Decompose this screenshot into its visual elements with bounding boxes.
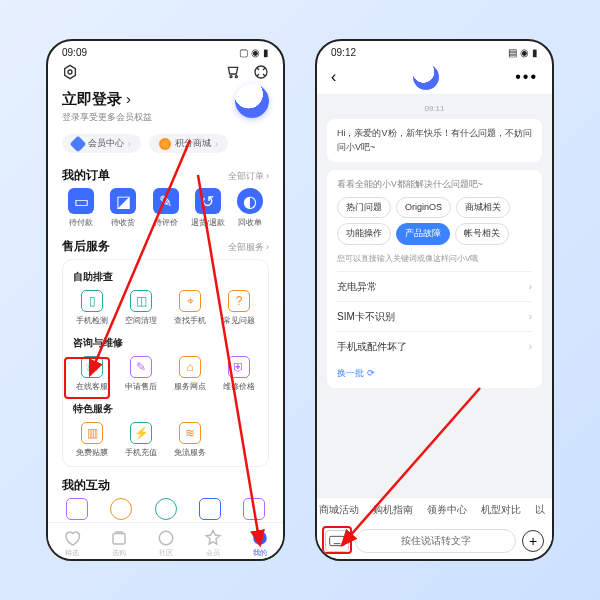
interact-5[interactable] [243, 498, 265, 520]
status-time: 09:09 [62, 47, 87, 58]
tag-coupon[interactable]: 领券中心 [427, 504, 467, 517]
apply-aftersale[interactable]: ✎申请售后 [122, 356, 160, 392]
interact-title: 我的互动 [62, 477, 110, 494]
order-recycle[interactable]: ◐回收单 [231, 188, 269, 228]
status-icons: ▢ ◉ ▮ [239, 47, 269, 58]
phone-chat: 09:12 ▤ ◉ ▮ ‹ ••• 09:11 Hi，亲爱的V粉，新年快乐！有什… [315, 39, 554, 561]
pill-member[interactable]: 会员中心› [62, 134, 141, 153]
back-icon[interactable]: ‹ [331, 68, 336, 86]
quick-sim[interactable]: SIM卡不识别 [337, 301, 532, 331]
interact-1[interactable] [66, 498, 88, 520]
svg-point-6 [159, 531, 173, 545]
greeting-bubble: Hi，亲爱的V粉，新年快乐！有什么问题，不妨问问小V吧~ [327, 119, 542, 162]
tag-more[interactable]: 以 [535, 504, 545, 517]
login-block[interactable]: 立即登录 登录享受更多会员权益 [48, 84, 283, 128]
tag-guide[interactable]: 购机指南 [373, 504, 413, 517]
header [48, 60, 283, 84]
status-icons: ▤ ◉ ▮ [508, 47, 538, 58]
service-points[interactable]: ⌂服务网点 [171, 356, 209, 392]
nav-member[interactable]: 会员 [204, 529, 222, 558]
login-subtitle: 登录享受更多会员权益 [62, 111, 269, 124]
repair-price[interactable]: ⛨维修价格 [220, 356, 258, 392]
bottom-nav: 精选 选购 社区 会员 我的 [48, 522, 283, 561]
nav-shop[interactable]: 选购 [110, 529, 128, 558]
orders-all[interactable]: 全部订单 [228, 170, 269, 183]
phone-account: 09:09 ▢ ◉ ▮ 立即登录 登录享受更多会员权益 会员中心› 积分商城› … [46, 39, 285, 561]
self-find[interactable]: ⌖查找手机 [171, 290, 209, 326]
phone-recharge[interactable]: ⚡手机充值 [122, 422, 160, 458]
self-faq[interactable]: ?常见问题 [220, 290, 258, 326]
filter-fault[interactable]: 产品故障 [396, 223, 450, 245]
aftersale-all[interactable]: 全部服务 [228, 241, 269, 254]
order-refund[interactable]: ↺退货/退款 [189, 188, 227, 228]
self-check-title: 自助排查 [73, 270, 258, 284]
status-bar: 09:12 ▤ ◉ ▮ [317, 41, 552, 60]
plus-icon[interactable]: + [522, 530, 544, 552]
quick-broken[interactable]: 手机或配件坏了 [337, 331, 532, 361]
aftersale-title: 售后服务 [62, 238, 110, 255]
filter-hot[interactable]: 热门问题 [337, 197, 391, 219]
self-detect[interactable]: ▯手机检测 [73, 290, 111, 326]
chat-area: 09:11 Hi，亲爱的V粉，新年快乐！有什么问题，不妨问问小V吧~ 看看全能的… [317, 94, 552, 497]
svg-rect-8 [330, 536, 345, 545]
nav-featured[interactable]: 精选 [63, 529, 81, 558]
svg-point-7 [253, 531, 267, 545]
free-film[interactable]: ▥免费贴膜 [73, 422, 111, 458]
nav-mine[interactable]: 我的 [251, 529, 269, 558]
svg-rect-5 [113, 534, 125, 545]
input-bar: 按住说话转文字 + [317, 523, 552, 559]
filter-mall[interactable]: 商城相关 [456, 197, 510, 219]
filter-originos[interactable]: OriginOS [396, 197, 451, 219]
more-icon[interactable]: ••• [515, 68, 538, 86]
filter-account[interactable]: 帐号相关 [455, 223, 509, 245]
self-clean[interactable]: ◫空间清理 [122, 290, 160, 326]
order-review[interactable]: ✎待评价 [147, 188, 185, 228]
online-service[interactable]: ☏在线客服 [73, 356, 111, 392]
tag-bar: 商城活动 购机指南 领券中心 机型对比 以 [317, 497, 552, 523]
filter-function[interactable]: 功能操作 [337, 223, 391, 245]
avatar[interactable] [235, 84, 269, 118]
msg-timestamp: 09:11 [327, 104, 542, 113]
tag-compare[interactable]: 机型对比 [481, 504, 521, 517]
filter-bubble: 看看全能的小V都能解决什么问题吧~ 热门问题 OriginOS 商城相关 功能操… [327, 170, 542, 388]
refresh-button[interactable]: 换一批 [337, 367, 532, 381]
quick-hint: 您可以直接输入关键词或像这样问小V哦 [337, 253, 532, 265]
svg-point-2 [230, 76, 232, 78]
support-icon[interactable] [253, 64, 269, 80]
orders-title: 我的订单 [62, 167, 110, 184]
interact-3[interactable] [155, 498, 177, 520]
keyboard-icon[interactable] [325, 530, 349, 552]
cart-icon[interactable] [225, 64, 241, 80]
bot-avatar [413, 64, 439, 90]
status-time: 09:12 [331, 47, 356, 58]
free-traffic[interactable]: ≋免流服务 [171, 422, 209, 458]
tag-activity[interactable]: 商城活动 [319, 504, 359, 517]
nav-community[interactable]: 社区 [157, 529, 175, 558]
svg-marker-0 [65, 65, 76, 78]
interact-4[interactable] [199, 498, 221, 520]
interact-2[interactable] [110, 498, 132, 520]
svg-point-4 [255, 66, 267, 78]
status-bar: 09:09 ▢ ◉ ▮ [48, 41, 283, 60]
svg-point-3 [235, 76, 237, 78]
quick-charge[interactable]: 充电异常 [337, 271, 532, 301]
special-title: 特色服务 [73, 402, 258, 416]
settings-icon[interactable] [62, 64, 78, 80]
aftersale-card: 自助排查 ▯手机检测 ◫空间清理 ⌖查找手机 ?常见问题 咨询与维修 ☏在线客服… [62, 259, 269, 467]
order-pay[interactable]: ▭待付款 [62, 188, 100, 228]
pill-points[interactable]: 积分商城› [149, 134, 228, 153]
filter-hint: 看看全能的小V都能解决什么问题吧~ [337, 178, 532, 191]
consult-title: 咨询与维修 [73, 336, 258, 350]
hold-to-talk[interactable]: 按住说话转文字 [355, 529, 516, 553]
order-receive[interactable]: ◪待收货 [104, 188, 142, 228]
svg-point-1 [68, 70, 72, 74]
